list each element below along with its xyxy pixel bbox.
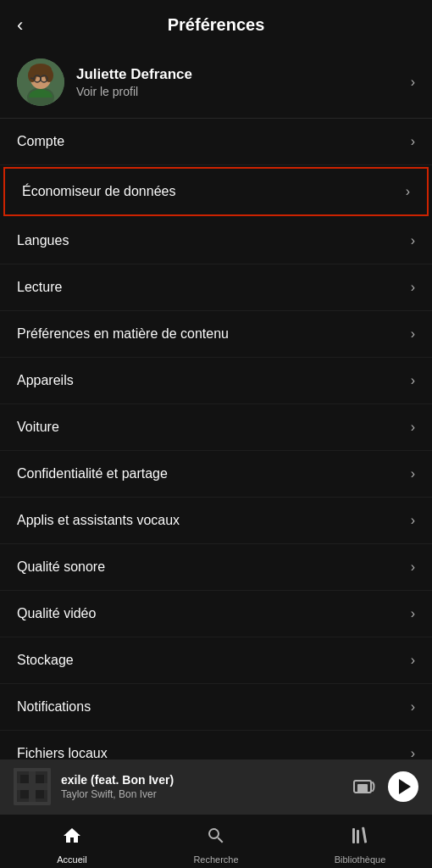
menu-item-stockage[interactable]: Stockage› [0,637,432,684]
track-title: exile (feat. Bon Iver) [61,773,342,787]
menu-item-chevron-qualite-video: › [411,606,415,621]
menu-item-chevron-lecture: › [411,280,415,295]
avatar [17,58,64,106]
menu-item-economiseur[interactable]: Économiseur de données› [3,167,429,216]
profile-info: Juliette Defrance Voir le profil [76,66,411,98]
nav-label-recherche: Recherche [193,854,238,865]
menu-item-label-voiture: Voiture [17,420,59,435]
page-title: Préférences [168,15,265,35]
menu-item-voiture[interactable]: Voiture› [0,404,432,451]
library-icon [350,826,370,851]
nav-item-accueil[interactable]: Accueil [0,819,144,865]
album-art [14,768,51,805]
menu-item-compte[interactable]: Compte› [0,119,432,165]
menu-item-chevron-applis-assistants: › [411,513,415,528]
menu-item-chevron-confidentialite: › [411,466,415,481]
now-playing-bar[interactable]: exile (feat. Bon Iver) Taylor Swift, Bon… [0,760,432,814]
menu-item-label-economiseur: Économiseur de données [22,184,175,199]
track-artist: Taylor Swift, Bon Iver [61,788,342,800]
menu-item-label-qualite-sonore: Qualité sonore [17,559,105,575]
svg-rect-17 [352,828,355,843]
menu-item-label-appareils: Appareils [17,373,74,388]
menu-item-appareils[interactable]: Appareils› [0,358,432,404]
cast-icon[interactable] [352,777,376,796]
menu-item-label-notifications: Notifications [17,699,91,715]
menu-item-chevron-compte: › [411,134,415,149]
menu-item-label-lecture: Lecture [17,280,62,295]
profile-chevron: › [411,75,415,90]
menu-item-chevron-appareils: › [411,373,415,388]
svg-rect-18 [357,830,359,843]
menu-item-chevron-langues: › [411,233,415,248]
nav-item-recherche[interactable]: Recherche [144,819,288,865]
menu-item-chevron-stockage: › [411,653,415,668]
menu-item-qualite-video[interactable]: Qualité vidéo› [0,591,432,637]
profile-row[interactable]: Juliette Defrance Voir le profil › [0,47,432,118]
menu-item-confidentialite[interactable]: Confidentialité et partage› [0,451,432,498]
track-info: exile (feat. Bon Iver) Taylor Swift, Bon… [61,773,342,800]
bottom-nav: Accueil Recherche Bibliothèque [0,814,432,868]
menu-list: Compte›Économiseur de données›Langues›Le… [0,119,432,776]
menu-item-label-langues: Langues [17,233,69,248]
svg-rect-14 [29,771,36,802]
profile-name: Juliette Defrance [76,66,411,83]
menu-item-label-qualite-video: Qualité vidéo [17,606,96,621]
play-icon [399,779,411,794]
menu-item-label-applis-assistants: Applis et assistants vocaux [17,513,180,528]
now-playing-controls [352,771,418,802]
back-button[interactable]: ‹ [17,14,23,36]
svg-rect-16 [357,784,368,793]
menu-item-notifications[interactable]: Notifications› [0,684,432,731]
menu-item-lecture[interactable]: Lecture› [0,264,432,311]
search-icon [206,826,226,851]
profile-sub-label: Voir le profil [76,85,411,98]
menu-item-label-compte: Compte [17,134,64,149]
nav-item-bibliotheque[interactable]: Bibliothèque [288,819,432,865]
header: ‹ Préférences [0,0,432,47]
nav-label-accueil: Accueil [57,854,86,865]
menu-item-preferences-contenu[interactable]: Préférences en matière de contenu› [0,311,432,358]
nav-label-bibliotheque: Bibliothèque [335,854,386,865]
menu-item-label-stockage: Stockage [17,653,74,668]
menu-item-label-preferences-contenu: Préférences en matière de contenu [17,326,229,342]
svg-line-9 [30,78,34,79]
menu-item-chevron-economiseur: › [406,184,410,199]
menu-item-chevron-notifications: › [411,699,415,715]
home-icon [62,826,82,851]
menu-item-chevron-preferences-contenu: › [411,326,415,342]
menu-item-chevron-qualite-sonore: › [411,559,415,575]
menu-item-qualite-sonore[interactable]: Qualité sonore› [0,544,432,591]
play-button[interactable] [388,771,418,802]
menu-item-label-confidentialite: Confidentialité et partage [17,466,168,481]
menu-item-applis-assistants[interactable]: Applis et assistants vocaux› [0,498,432,544]
menu-item-langues[interactable]: Langues› [0,218,432,264]
menu-item-chevron-voiture: › [411,420,415,435]
svg-rect-19 [362,826,367,843]
